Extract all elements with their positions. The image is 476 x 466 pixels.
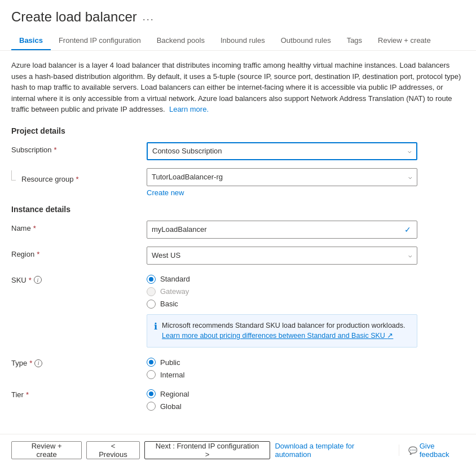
- region-chevron-icon: ⌵: [408, 252, 412, 259]
- resource-group-indent: [11, 174, 16, 181]
- tier-global-label: Global: [160, 402, 182, 411]
- footer: Review + create < Previous Next : Fronte…: [0, 434, 476, 466]
- region-select[interactable]: West US ⌵: [147, 247, 417, 265]
- sku-row: SKU * i Standard Gateway Basic: [11, 272, 465, 348]
- feedback-icon: 💬: [408, 446, 417, 455]
- tab-tags[interactable]: Tags: [339, 32, 370, 50]
- sku-standard-radio[interactable]: [147, 275, 156, 284]
- region-label: Region *: [11, 247, 147, 258]
- type-control: Public Internal: [147, 355, 417, 379]
- region-required: *: [37, 250, 39, 258]
- sku-gateway-option: Gateway: [147, 287, 417, 296]
- type-public-radio[interactable]: [147, 358, 156, 367]
- download-template-link[interactable]: Download a template for automation: [275, 442, 389, 459]
- type-row: Type * i Public Internal: [11, 355, 465, 379]
- name-row: Name * myLoadBalancer ✓: [11, 221, 465, 239]
- sku-gateway-radio: [147, 287, 156, 296]
- tier-row: Tier * Regional Global: [11, 387, 465, 411]
- review-create-button[interactable]: Review + create: [11, 441, 82, 459]
- tab-outbound-rules[interactable]: Outbound rules: [273, 32, 339, 50]
- subscription-required: *: [54, 146, 57, 154]
- l-bracket-icon: [11, 170, 16, 181]
- sku-label: SKU * i: [11, 272, 147, 284]
- resource-group-label: Resource group *: [19, 172, 155, 183]
- name-label: Name *: [11, 221, 147, 232]
- next-button[interactable]: Next : Frontend IP configuration >: [144, 441, 271, 459]
- subscription-select[interactable]: Contoso Subscription ⌵: [147, 142, 417, 160]
- sku-gateway-label: Gateway: [160, 287, 189, 296]
- tier-regional-radio[interactable]: [147, 389, 156, 398]
- type-public-option[interactable]: Public: [147, 358, 417, 367]
- main-content: Azure load balancer is a layer 4 load ba…: [0, 51, 476, 434]
- sku-basic-radio[interactable]: [147, 300, 156, 309]
- type-radio-group: Public Internal: [147, 355, 417, 379]
- sku-required: *: [29, 276, 32, 284]
- project-details-title: Project details: [11, 126, 465, 135]
- sku-info-box-link[interactable]: Learn more about pricing differences bet…: [162, 332, 393, 340]
- resource-group-required: *: [76, 175, 79, 183]
- instance-details-title: Instance details: [11, 205, 465, 214]
- region-control: West US ⌵: [147, 247, 417, 265]
- resource-group-select[interactable]: TutorLoadBalancer-rg ⌵: [147, 168, 417, 186]
- name-control: myLoadBalancer ✓: [147, 221, 417, 239]
- name-check-icon: ✓: [404, 225, 411, 234]
- sku-info-box-icon: ℹ: [154, 321, 157, 332]
- subscription-chevron-icon: ⌵: [408, 147, 412, 155]
- type-public-label: Public: [160, 358, 180, 367]
- type-label: Type * i: [11, 355, 147, 367]
- sku-radio-group: Standard Gateway Basic: [147, 272, 417, 309]
- sku-standard-option[interactable]: Standard: [147, 275, 417, 284]
- create-new-link[interactable]: Create new: [147, 188, 184, 197]
- navigation-tabs: Basics Frontend IP configuration Backend…: [0, 32, 476, 51]
- instance-details-section: Instance details Name * myLoadBalancer ✓…: [11, 205, 465, 411]
- sku-basic-option[interactable]: Basic: [147, 300, 417, 309]
- sku-info-box-text: Microsoft recommends Standard SKU load b…: [162, 320, 405, 342]
- learn-more-link[interactable]: Learn more.: [169, 105, 209, 113]
- tier-label: Tier *: [11, 387, 147, 399]
- tab-basics[interactable]: Basics: [11, 32, 51, 50]
- name-required: *: [33, 224, 36, 232]
- tab-backend-pools[interactable]: Backend pools: [149, 32, 213, 50]
- name-input[interactable]: myLoadBalancer ✓: [147, 221, 417, 239]
- tier-required: *: [26, 390, 29, 399]
- page-header: Create load balancer ...: [0, 0, 476, 25]
- tier-radio-group: Regional Global: [147, 387, 417, 411]
- tier-regional-label: Regional: [160, 390, 189, 398]
- resource-group-chevron-icon: ⌵: [408, 173, 412, 181]
- sku-info-box: ℹ Microsoft recommends Standard SKU load…: [147, 314, 417, 348]
- sku-control: Standard Gateway Basic ℹ Microsoft recom…: [147, 272, 417, 348]
- tier-regional-option[interactable]: Regional: [147, 389, 417, 398]
- resource-group-row: Resource group * TutorLoadBalancer-rg ⌵ …: [11, 168, 465, 197]
- subscription-row: Subscription * Contoso Subscription ⌵: [11, 142, 465, 160]
- subscription-label: Subscription *: [11, 142, 147, 154]
- previous-button[interactable]: < Previous: [86, 441, 139, 459]
- footer-right: Download a template for automation 💬 Giv…: [275, 442, 465, 459]
- resource-group-label-wrap: Resource group *: [11, 168, 147, 183]
- project-details-section: Project details Subscription * Contoso S…: [11, 126, 465, 197]
- footer-divider: [399, 445, 399, 456]
- subscription-control: Contoso Subscription ⌵: [147, 142, 417, 160]
- tab-inbound-rules[interactable]: Inbound rules: [213, 32, 273, 50]
- type-required: *: [29, 359, 32, 367]
- sku-info-icon[interactable]: i: [34, 276, 42, 284]
- type-internal-label: Internal: [160, 371, 184, 379]
- tier-control: Regional Global: [147, 387, 417, 411]
- sku-basic-label: Basic: [160, 300, 178, 308]
- give-feedback-link[interactable]: 💬 Give feedback: [408, 442, 465, 459]
- type-internal-option[interactable]: Internal: [147, 370, 417, 379]
- description-text: Azure load balancer is a layer 4 load ba…: [11, 60, 465, 115]
- region-row: Region * West US ⌵: [11, 247, 465, 265]
- tier-global-option[interactable]: Global: [147, 402, 417, 411]
- tab-review-create[interactable]: Review + create: [370, 32, 439, 50]
- tab-frontend-ip[interactable]: Frontend IP configuration: [51, 32, 149, 50]
- type-internal-radio[interactable]: [147, 370, 156, 379]
- page-title-ellipsis: ...: [143, 11, 155, 23]
- type-info-icon[interactable]: i: [34, 359, 42, 367]
- resource-group-control: TutorLoadBalancer-rg ⌵ Create new: [147, 168, 417, 197]
- page-title: Create load balancer: [11, 9, 137, 25]
- sku-standard-label: Standard: [160, 275, 190, 283]
- tier-global-radio[interactable]: [147, 402, 156, 411]
